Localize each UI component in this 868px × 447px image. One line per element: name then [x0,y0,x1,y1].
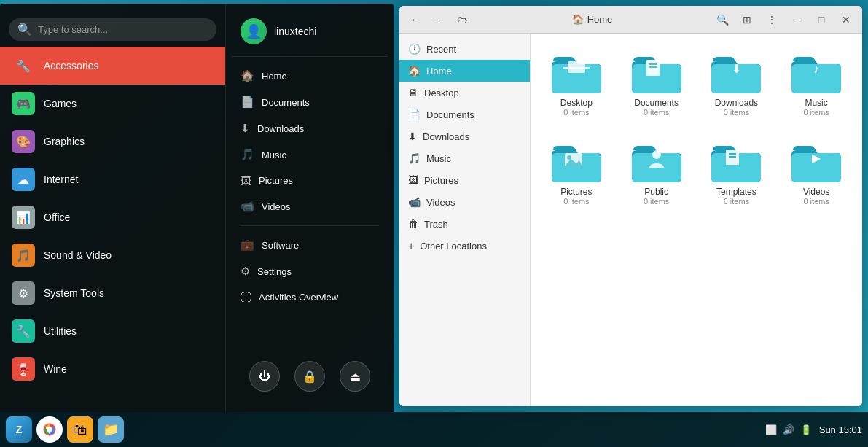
extra-icon: ⚙ [241,265,250,278]
menu-categories: 🔍 🔧 Accessories 🎮 Games 🎨 Graphics ☁ Int… [0,4,226,412]
sidebar-item-other-locations[interactable]: +Other Locations [399,235,530,257]
extra-link-activities-overview[interactable]: ⛶Activities Overview [232,284,388,310]
sidebar-item-documents[interactable]: 📄Documents [399,104,530,125]
nav-link-home[interactable]: 🏠Home [232,63,388,89]
search-icon: 🔍 [17,23,32,36]
sidebar-label-recent: Recent [426,44,456,55]
sidebar-item-pictures[interactable]: 🖼Pictures [399,169,530,191]
nav-forward-button[interactable]: → [427,9,447,30]
folder-count-templates: 6 items [724,197,749,206]
folder-music[interactable]: ♪ Music 0 items [782,45,851,123]
sidebar-icon-other-locations: + [408,240,414,252]
extra-label: Software [262,240,299,251]
menu-category-office[interactable]: 📊 Office [0,198,225,236]
title-icon: 🏠 [572,14,584,25]
extra-link-software[interactable]: 💼Software [232,232,388,258]
extra-link-settings[interactable]: ⚙Settings [232,258,388,284]
menu-button[interactable]: ⋮ [762,9,782,30]
folder-desktop[interactable]: Desktop 0 items [542,45,611,123]
folder-count-downloads: 0 items [724,108,749,117]
zorin-menu-button[interactable]: Z [6,416,32,443]
power-button[interactable]: ⏻ [249,361,280,392]
svg-text:▶: ▶ [812,152,821,164]
folder-templates[interactable]: Templates 6 items [703,134,771,211]
close-button[interactable]: ✕ [836,9,856,30]
app-menu: 🔍 🔧 Accessories 🎮 Games 🎨 Graphics ☁ Int… [0,4,394,412]
sidebar-icon-home: 🏠 [408,65,421,77]
menu-category-system-tools[interactable]: ⚙ System Tools [0,274,225,312]
folder-icon-documents [630,51,683,95]
sidebar-item-music[interactable]: 🎵Music [399,147,530,169]
nav-link-documents[interactable]: 📄Documents [232,89,388,115]
menu-category-graphics[interactable]: 🎨 Graphics [0,123,225,160]
logout-button[interactable]: ⏏ [340,361,370,392]
sidebar-icon-documents: 📄 [408,109,421,120]
folder-name-music: Music [805,98,827,108]
svg-rect-2 [568,61,585,73]
sidebar-item-home[interactable]: 🏠Home [399,60,530,82]
category-label-accessories: Accessories [44,60,98,71]
user-profile: 👤 linuxtechi [232,12,388,57]
nav-parent-button[interactable]: 🗁 [452,9,472,30]
folder-count-pictures: 0 items [563,197,589,206]
lock-button[interactable]: 🔒 [294,361,325,392]
search-bar[interactable]: 🔍 [9,18,216,41]
nav-link-videos[interactable]: 📹Videos [232,193,388,219]
nav-link-pictures[interactable]: 🖼Pictures [232,168,388,193]
sidebar-label-downloads: Downloads [423,131,469,142]
sidebar-item-downloads[interactable]: ⬇Downloads [399,125,530,147]
view-toggle-button[interactable]: ⊞ [737,9,757,30]
category-label-office: Office [44,211,70,223]
folder-videos[interactable]: ▶ Videos 0 items [782,134,851,211]
nav-back-button[interactable]: ← [405,9,426,30]
maximize-button[interactable]: □ [811,9,832,30]
nav-icon: ⬇ [241,122,250,135]
sidebar-icon-downloads: ⬇ [408,131,417,142]
power-buttons-group: ⏻ 🔒 ⏏ [232,349,388,403]
extra-label: Activities Overview [259,292,338,303]
category-label-sound-video: Sound & Video [44,249,112,261]
file-store-icon[interactable]: 🛍 [67,416,93,443]
folder-name-downloads: Downloads [715,98,758,108]
category-label-wine: Wine [44,363,67,375]
sidebar-item-trash[interactable]: 🗑Trash [399,213,530,235]
folder-pictures[interactable]: Pictures 0 items [542,134,611,211]
menu-category-wine[interactable]: 🍷 Wine [0,350,225,388]
folder-count-desktop: 0 items [563,108,589,117]
menu-category-sound-video[interactable]: 🎵 Sound & Video [0,236,225,274]
nav-label: Downloads [257,123,304,134]
folder-downloads[interactable]: ⬇ Downloads 0 items [703,45,771,123]
window-title: 🏠 Home [572,14,613,25]
display-icon: ⬜ [765,424,777,435]
folder-public[interactable]: Public 0 items [622,134,691,211]
extra-icon: ⛶ [241,291,251,303]
menu-category-internet[interactable]: ☁ Internet [0,160,225,198]
extra-icon: 💼 [241,238,254,252]
nav-icon: 🖼 [241,174,251,187]
category-icon-sound-video: 🎵 [12,244,35,267]
folder-name-public: Public [644,187,668,197]
taskbar-right: ⬜ 🔊 🔋 Sun 15:01 [765,424,862,435]
menu-category-accessories[interactable]: 🔧 Accessories [0,47,225,85]
nav-link-music[interactable]: 🎵Music [232,141,388,168]
search-button[interactable]: 🔍 [712,9,732,30]
file-manager-icon[interactable]: 📁 [98,416,124,443]
minimize-button[interactable]: − [786,9,807,30]
chrome-icon[interactable] [36,416,63,443]
sidebar-item-desktop[interactable]: 🖥Desktop [399,82,530,104]
sidebar-label-documents: Documents [426,109,474,120]
menu-category-games[interactable]: 🎮 Games [0,85,225,123]
sidebar-item-videos[interactable]: 📹Videos [399,191,530,213]
folder-grid: Desktop 0 items Documents 0 items [542,45,851,211]
svg-text:⬇: ⬇ [732,63,741,75]
category-label-internet: Internet [44,174,78,185]
nav-link-downloads[interactable]: ⬇Downloads [232,115,388,141]
systray: ⬜ 🔊 🔋 [765,424,812,435]
folder-documents[interactable]: Documents 0 items [622,45,691,123]
menu-right-panel: 👤 linuxtechi 🏠Home📄Documents⬇Downloads🎵M… [226,4,394,412]
menu-category-utilities[interactable]: 🔧 Utilities [0,312,225,350]
sidebar-item-recent[interactable]: 🕐Recent [399,38,530,60]
nav-icon: 🏠 [241,69,254,82]
search-input[interactable] [38,24,208,35]
svg-rect-19 [729,153,736,155]
